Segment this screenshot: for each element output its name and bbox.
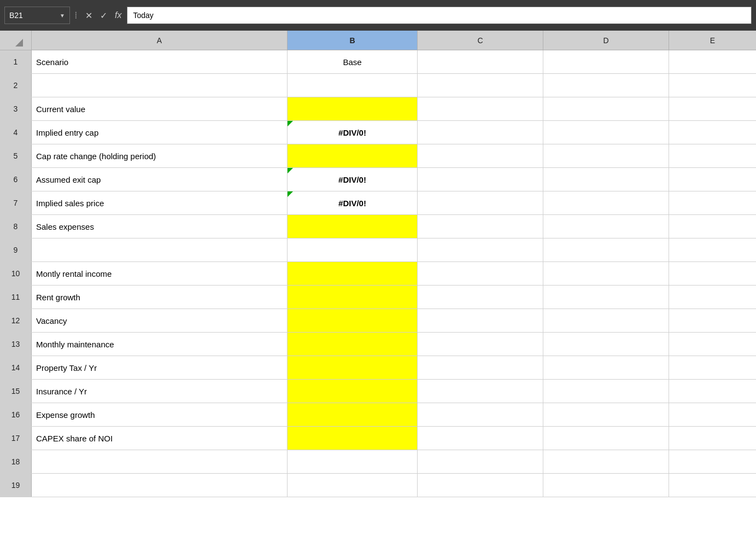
cell-7-D[interactable]	[543, 191, 669, 214]
cell-11-D[interactable]	[543, 286, 669, 309]
cell-8-C[interactable]	[418, 215, 543, 238]
cell-3-B[interactable]	[288, 97, 418, 120]
cell-3-A[interactable]: Current value	[32, 97, 288, 120]
cell-16-D[interactable]	[543, 403, 669, 426]
cell-1-C[interactable]	[418, 50, 543, 73]
cell-17-A[interactable]: CAPEX share of NOI	[32, 427, 288, 450]
cell-7-B[interactable]: #DIV/0!	[288, 191, 418, 214]
cell-8-A[interactable]: Sales expenses	[32, 215, 288, 238]
cell-12-C[interactable]	[418, 309, 543, 332]
col-header-c[interactable]: C	[418, 31, 543, 50]
cell-6-D[interactable]	[543, 168, 669, 191]
cell-19-B[interactable]	[288, 474, 418, 497]
cell-6-B[interactable]: #DIV/0!	[288, 168, 418, 191]
cell-3-D[interactable]	[543, 97, 669, 120]
cell-10-E[interactable]	[669, 262, 756, 285]
cancel-icon[interactable]: ✕	[82, 9, 96, 22]
cell-17-C[interactable]	[418, 427, 543, 450]
cell-15-D[interactable]	[543, 380, 669, 403]
cell-13-B[interactable]	[288, 333, 418, 356]
cell-14-D[interactable]	[543, 356, 669, 379]
cell-reference-box[interactable]: B21 ▼	[4, 7, 70, 24]
cell-5-B[interactable]	[288, 144, 418, 167]
cell-3-C[interactable]	[418, 97, 543, 120]
cell-3-E[interactable]	[669, 97, 756, 120]
cell-2-C[interactable]	[418, 74, 543, 97]
corner-cell[interactable]	[0, 31, 32, 50]
cell-6-E[interactable]	[669, 168, 756, 191]
cell-9-D[interactable]	[543, 238, 669, 261]
col-header-a[interactable]: A	[32, 31, 288, 50]
cell-1-D[interactable]	[543, 50, 669, 73]
cell-19-E[interactable]	[669, 474, 756, 497]
cell-10-C[interactable]	[418, 262, 543, 285]
col-header-d[interactable]: D	[543, 31, 669, 50]
cell-14-B[interactable]	[288, 356, 418, 379]
cell-16-E[interactable]	[669, 403, 756, 426]
cell-4-C[interactable]	[418, 121, 543, 144]
cell-5-D[interactable]	[543, 144, 669, 167]
col-header-b[interactable]: B	[288, 31, 418, 50]
cell-17-B[interactable]	[288, 427, 418, 450]
cell-19-A[interactable]	[32, 474, 288, 497]
cell-18-E[interactable]	[669, 450, 756, 473]
cell-5-E[interactable]	[669, 144, 756, 167]
cell-19-C[interactable]	[418, 474, 543, 497]
cell-15-E[interactable]	[669, 380, 756, 403]
cell-7-A[interactable]: Implied sales price	[32, 191, 288, 214]
cell-4-E[interactable]	[669, 121, 756, 144]
cell-6-A[interactable]: Assumed exit cap	[32, 168, 288, 191]
cell-8-B[interactable]	[288, 215, 418, 238]
cell-10-A[interactable]: Montly rental income	[32, 262, 288, 285]
cell-12-D[interactable]	[543, 309, 669, 332]
cell-10-B[interactable]	[288, 262, 418, 285]
cell-7-C[interactable]	[418, 191, 543, 214]
cell-12-E[interactable]	[669, 309, 756, 332]
cell-2-E[interactable]	[669, 74, 756, 97]
cell-1-B[interactable]: Base	[288, 50, 418, 73]
cell-6-C[interactable]	[418, 168, 543, 191]
cell-9-B[interactable]	[288, 238, 418, 261]
cell-13-E[interactable]	[669, 333, 756, 356]
cell-4-B[interactable]: #DIV/0!	[288, 121, 418, 144]
cell-11-E[interactable]	[669, 286, 756, 309]
cell-4-D[interactable]	[543, 121, 669, 144]
cell-7-E[interactable]	[669, 191, 756, 214]
cell-9-C[interactable]	[418, 238, 543, 261]
cell-15-C[interactable]	[418, 380, 543, 403]
cell-14-E[interactable]	[669, 356, 756, 379]
formula-input-bar[interactable]: Today	[127, 7, 752, 24]
cell-11-B[interactable]	[288, 286, 418, 309]
cell-15-B[interactable]	[288, 380, 418, 403]
cell-1-E[interactable]	[669, 50, 756, 73]
cell-5-A[interactable]: Cap rate change (holding period)	[32, 144, 288, 167]
col-header-e[interactable]: E	[669, 31, 756, 50]
cell-17-D[interactable]	[543, 427, 669, 450]
cell-16-C[interactable]	[418, 403, 543, 426]
cell-13-A[interactable]: Monthly maintenance	[32, 333, 288, 356]
cell-2-A[interactable]	[32, 74, 288, 97]
cell-13-C[interactable]	[418, 333, 543, 356]
confirm-icon[interactable]: ✓	[97, 9, 110, 22]
cell-5-C[interactable]	[418, 144, 543, 167]
cell-10-D[interactable]	[543, 262, 669, 285]
cell-12-B[interactable]	[288, 309, 418, 332]
cell-18-C[interactable]	[418, 450, 543, 473]
cell-1-A[interactable]: Scenario	[32, 50, 288, 73]
cell-19-D[interactable]	[543, 474, 669, 497]
cell-14-C[interactable]	[418, 356, 543, 379]
cell-11-C[interactable]	[418, 286, 543, 309]
cell-14-A[interactable]: Property Tax / Yr	[32, 356, 288, 379]
cell-16-B[interactable]	[288, 403, 418, 426]
cell-2-D[interactable]	[543, 74, 669, 97]
cell-16-A[interactable]: Expense growth	[32, 403, 288, 426]
cell-9-E[interactable]	[669, 238, 756, 261]
cell-2-B[interactable]	[288, 74, 418, 97]
cell-18-D[interactable]	[543, 450, 669, 473]
cell-15-A[interactable]: Insurance / Yr	[32, 380, 288, 403]
cell-4-A[interactable]: Implied entry cap	[32, 121, 288, 144]
cell-13-D[interactable]	[543, 333, 669, 356]
cell-9-A[interactable]	[32, 238, 288, 261]
cell-8-E[interactable]	[669, 215, 756, 238]
cell-11-A[interactable]: Rent growth	[32, 286, 288, 309]
